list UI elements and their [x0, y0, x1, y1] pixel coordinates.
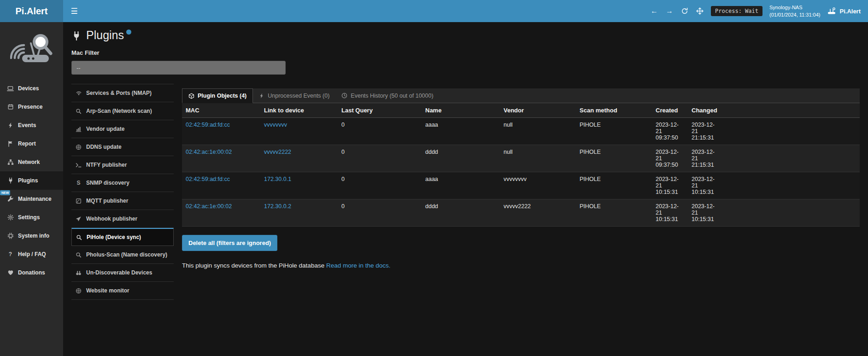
changed-cell: 2023-12-21 10:15:31 — [688, 172, 724, 199]
mac-link[interactable]: 02:42:ac:1e:00:02 — [186, 149, 232, 155]
filler-cell — [724, 199, 860, 227]
arrow-right-icon[interactable]: → — [665, 7, 674, 15]
column-header-vendor: Vendor — [500, 103, 576, 118]
content-columns: Services & Ports (NMAP) Arp-Scan (Networ… — [63, 75, 868, 300]
sidebar-item-help-faq[interactable]: ? Help / FAQ — [0, 245, 63, 263]
created-cell: 2023-12-21 09:37:50 — [652, 118, 688, 145]
sidebar-item-maintenance[interactable]: NEW Maintenance — [0, 190, 63, 208]
mac-link[interactable]: 02:42:59:ad:fd:cc — [186, 122, 230, 128]
terminal-icon — [75, 162, 82, 168]
sidebar-item-label: Network — [18, 159, 40, 165]
plugin-description-text: This plugin syncs devices from the PiHol… — [182, 262, 324, 269]
sidebar-item-system-info[interactable]: System info — [0, 227, 63, 245]
plugin-nav-item-vendor-update[interactable]: Vendor update — [71, 120, 174, 138]
plug-icon — [71, 31, 82, 41]
plugin-panel: Plugin Objects (4) Unprocessed Events (0… — [182, 88, 860, 269]
tab-events-history[interactable]: Events History (50 out of 10000) — [335, 88, 439, 103]
arrow-left-icon[interactable]: ← — [650, 7, 658, 15]
docs-link[interactable]: Read more in the docs. — [326, 262, 391, 269]
tab-plugin-objects[interactable]: Plugin Objects (4) — [182, 88, 253, 103]
plugin-nav-item-website-monitor[interactable]: Website monitor — [71, 282, 174, 300]
move-icon[interactable] — [696, 7, 704, 15]
sidebar-item-devices[interactable]: Devices — [0, 79, 63, 98]
tab-label: Plugin Objects (4) — [198, 93, 246, 99]
sidebar-item-label: Settings — [18, 214, 40, 221]
name-cell: aaaa — [422, 172, 500, 199]
device-link[interactable]: vvvvvvvv — [264, 122, 287, 128]
search-icon — [76, 234, 82, 240]
app-brand: Pi.Alert — [827, 7, 861, 15]
plugin-nav: Services & Ports (NMAP) Arp-Scan (Networ… — [71, 84, 174, 300]
vendor-cell: null — [500, 145, 576, 172]
sidebar-item-settings[interactable]: Settings — [0, 208, 63, 227]
column-header-filler — [724, 103, 860, 118]
plugin-nav-item-ddns-update[interactable]: DDNS update — [71, 138, 174, 156]
vendor-cell: vvvvvvvv — [500, 172, 576, 199]
info-badge[interactable] — [126, 29, 131, 35]
flag-icon — [7, 140, 14, 147]
sidebar-menu: Devices Presence Events Report Network P… — [0, 79, 63, 282]
mac-link[interactable]: 02:42:59:ad:fd:cc — [186, 176, 230, 182]
brand-text: Pi.Alert — [15, 6, 47, 17]
sidebar-item-donations[interactable]: Donations — [0, 263, 63, 282]
sidebar-item-events[interactable]: Events — [0, 116, 63, 134]
tab-bar: Plugin Objects (4) Unprocessed Events (0… — [182, 88, 860, 103]
created-cell: 2023-12-21 09:37:50 — [652, 145, 688, 172]
sidebar-item-network[interactable]: Network — [0, 153, 63, 171]
scan-method-cell: PIHOLE — [576, 199, 652, 227]
brand-logo[interactable]: Pi.Alert — [0, 0, 63, 22]
plugin-nav-item-undiscoverable-devices[interactable]: Un-Discoverable Devices — [71, 264, 174, 282]
changed-cell: 2023-12-21 21:15:31 — [688, 118, 724, 145]
vendor-cell: vvvvv2222 — [500, 199, 576, 227]
plug-icon — [7, 177, 14, 184]
sitemap-icon — [7, 159, 14, 165]
new-badge: NEW — [0, 190, 10, 195]
app-name: Pi.Alert — [839, 8, 861, 15]
sidebar-item-plugins[interactable]: Plugins — [0, 171, 63, 190]
plugin-nav-label: Website monitor — [86, 287, 129, 294]
refresh-icon[interactable] — [680, 7, 689, 15]
mac-filter-input[interactable] — [71, 61, 286, 75]
mac-filter-label: Mac Filter — [71, 49, 868, 56]
device-link[interactable]: vvvvv2222 — [264, 149, 291, 155]
column-header-changed: Changed — [688, 103, 724, 118]
device-link[interactable]: 172.30.0.1 — [264, 176, 291, 182]
name-cell: dddd — [422, 199, 500, 227]
plugin-nav-label: Pholus-Scan (Name discovery) — [86, 251, 167, 258]
plugin-nav-item-snmp-discovery[interactable]: S SNMP discovery — [71, 174, 174, 192]
plugin-nav-label: Arp-Scan (Network scan) — [86, 108, 152, 114]
heart-icon — [7, 269, 14, 276]
plugin-nav-item-services-ports[interactable]: Services & Ports (NMAP) — [71, 84, 174, 102]
plugin-nav-label: PiHole (Device sync) — [87, 234, 141, 240]
plugin-nav-item-arp-scan[interactable]: Arp-Scan (Network scan) — [71, 102, 174, 120]
plugin-nav-label: Vendor update — [86, 126, 124, 132]
device-link[interactable]: 172.30.0.2 — [264, 203, 291, 210]
plugin-nav-item-pholus-scan[interactable]: Pholus-Scan (Name discovery) — [71, 246, 174, 264]
page-title: Plugins — [86, 29, 124, 42]
plugin-nav-item-pihole[interactable]: PiHole (Device sync) — [71, 228, 174, 246]
sidebar-item-label: System info — [18, 233, 49, 239]
column-header-created: Created — [652, 103, 688, 118]
wifi-icon — [75, 90, 82, 96]
plugin-nav-label: MQTT publisher — [86, 198, 128, 204]
plugin-nav-item-webhook-publisher[interactable]: Webhook publisher — [71, 210, 174, 228]
changed-cell: 2023-12-21 21:15:31 — [688, 145, 724, 172]
search-icon — [75, 108, 82, 114]
last-query-cell: 0 — [338, 118, 422, 145]
filler-cell — [724, 118, 860, 145]
mac-filter-section: Mac Filter — [71, 49, 868, 75]
plugin-nav-item-ntfy-publisher[interactable]: NTFY publisher — [71, 156, 174, 174]
sidebar-item-report[interactable]: Report — [0, 134, 63, 153]
plugin-nav-item-mqtt-publisher[interactable]: MQTT publisher — [71, 192, 174, 210]
column-header-scan-method: Scan method — [576, 103, 652, 118]
scan-method-cell: PIHOLE — [576, 172, 652, 199]
sidebar-item-presence[interactable]: Presence — [0, 98, 63, 116]
wrench-icon — [7, 196, 14, 202]
mac-link[interactable]: 02:42:ac:1e:00:02 — [186, 203, 232, 210]
scan-method-cell: PIHOLE — [576, 118, 652, 145]
tab-unprocessed-events[interactable]: Unprocessed Events (0) — [253, 88, 335, 103]
sidebar-toggle-button[interactable]: ☰ — [63, 0, 85, 22]
plugin-nav-label: DDNS update — [86, 144, 122, 150]
title-row: Plugins — [71, 29, 868, 42]
delete-all-button[interactable]: Delete all (filters are ignored) — [182, 235, 277, 251]
